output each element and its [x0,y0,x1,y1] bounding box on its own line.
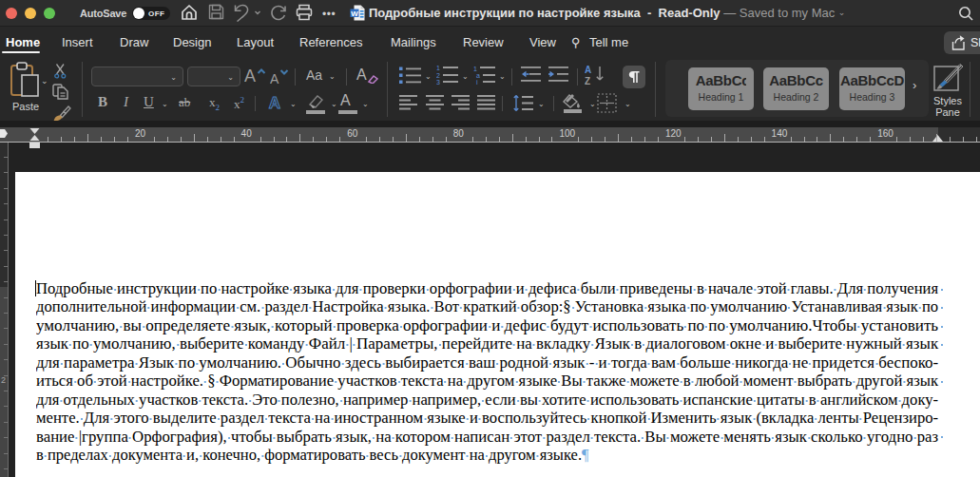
svg-text:1: 1 [473,66,477,72]
svg-text:W: W [351,10,358,18]
svg-text:A: A [585,65,591,75]
svg-text:A: A [270,71,279,86]
svg-text:A: A [244,67,256,86]
svg-text:2: 2 [436,72,440,79]
svg-text:1: 1 [436,65,440,71]
svg-text:i: i [476,79,478,85]
svg-text:a: a [476,72,480,79]
svg-text:3: 3 [436,79,440,85]
svg-text:Z: Z [585,76,590,86]
svg-text:A: A [269,94,280,112]
